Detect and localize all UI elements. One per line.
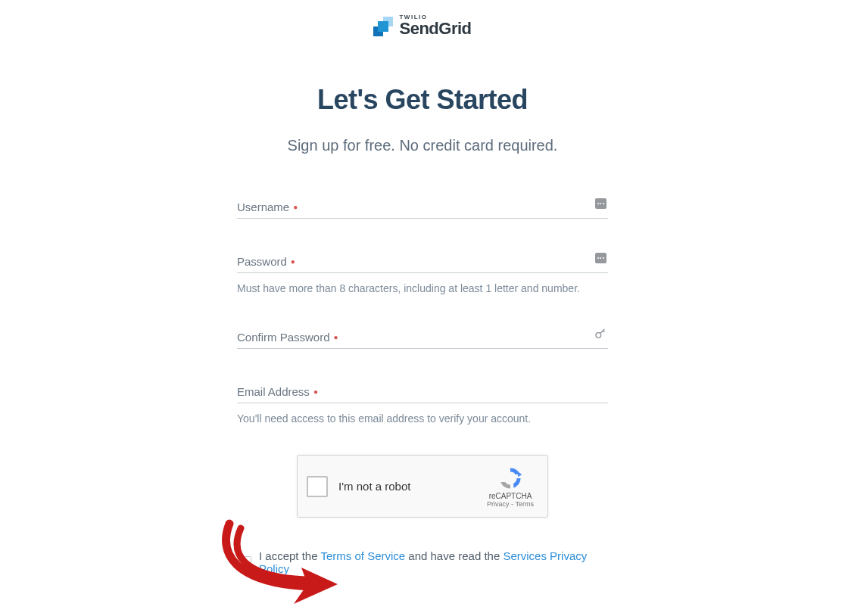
- svg-point-0: [596, 333, 601, 338]
- terms-prefix: I accept the: [259, 549, 320, 562]
- terms-checkbox[interactable]: [239, 556, 251, 569]
- email-label: Email Address: [237, 385, 310, 398]
- confirm-password-input[interactable]: Confirm Password ●: [237, 326, 608, 349]
- svg-marker-1: [518, 471, 522, 477]
- required-indicator-icon: ●: [313, 387, 318, 396]
- recaptcha-label: I'm not a robot: [338, 480, 482, 493]
- recaptcha-links[interactable]: Privacy - Terms: [482, 500, 538, 508]
- email-field-group: Email Address ● You'll need access to th…: [237, 381, 608, 425]
- password-label: Password: [237, 255, 287, 268]
- brand-name: SendGrid: [399, 19, 471, 39]
- page-title: Let's Get Started: [0, 84, 845, 116]
- password-hint: Must have more than 8 characters, includ…: [237, 282, 608, 294]
- terms-row: I accept the Terms of Service and have r…: [237, 549, 608, 575]
- recaptcha-badge: reCAPTCHA Privacy - Terms: [482, 465, 538, 508]
- confirm-password-field-group: Confirm Password ●: [237, 326, 608, 349]
- recaptcha-logo-icon: [497, 465, 523, 491]
- key-icon[interactable]: [594, 328, 606, 340]
- recaptcha-widget: I'm not a robot reCAPTCHA Privacy - Term…: [297, 455, 548, 518]
- signup-page: TWILIO SendGrid Let's Get Started Sign u…: [0, 0, 845, 616]
- recaptcha-brand: reCAPTCHA: [482, 492, 538, 500]
- password-input[interactable]: Password ●: [237, 250, 608, 273]
- email-hint: You'll need access to this email address…: [237, 412, 608, 425]
- terms-text: I accept the Terms of Service and have r…: [259, 549, 608, 575]
- brand-logo: TWILIO SendGrid: [0, 14, 845, 39]
- sendgrid-mark-icon: [373, 17, 393, 36]
- brand-text: TWILIO SendGrid: [399, 14, 471, 39]
- username-field-group: Username ●: [237, 196, 608, 219]
- username-input[interactable]: Username ●: [237, 196, 608, 219]
- signup-form: Username ● Password ● Must have more tha: [237, 196, 608, 616]
- email-input[interactable]: Email Address ●: [237, 381, 608, 403]
- password-field-group: Password ● Must have more than 8 charact…: [237, 250, 608, 294]
- recaptcha-checkbox[interactable]: [307, 476, 328, 497]
- username-label: Username: [237, 201, 289, 213]
- password-manager-icon[interactable]: [594, 198, 606, 210]
- page-subtitle: Sign up for free. No credit card require…: [0, 137, 845, 154]
- terms-middle: and have read the: [405, 549, 503, 562]
- required-indicator-icon: ●: [293, 203, 298, 211]
- terms-of-service-link[interactable]: Terms of Service: [320, 549, 405, 562]
- required-indicator-icon: ●: [334, 333, 338, 341]
- required-indicator-icon: ●: [291, 257, 295, 266]
- password-manager-icon[interactable]: [594, 252, 606, 264]
- confirm-password-label: Confirm Password: [237, 331, 330, 344]
